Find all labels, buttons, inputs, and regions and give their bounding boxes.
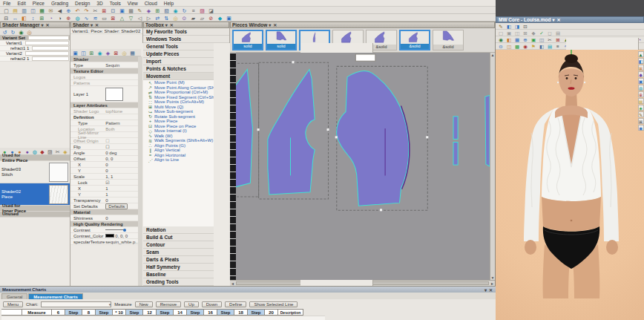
property-value[interactable]: ☐ — [105, 144, 138, 149]
property-value[interactable]: 1 — [105, 186, 138, 191]
measurement-table-body[interactable] — [1, 316, 325, 320]
property-row[interactable]: Lock ☑ — [70, 180, 138, 186]
shader-list-item[interactable]: Used for Entire Piece — [0, 155, 70, 161]
toolbar-icon[interactable]: ◉ — [497, 36, 505, 42]
toolbar-icon[interactable]: ◑ — [56, 14, 64, 21]
toolbar-icon[interactable]: ↻ — [10, 28, 16, 35]
toolbar-icon[interactable]: △ — [118, 14, 126, 21]
toolbar-icon[interactable]: ⊙ — [497, 43, 505, 49]
toolbar-icon[interactable]: ◉ — [96, 49, 103, 56]
toolbar-icon[interactable]: ⊠ — [554, 36, 562, 42]
toolbar-icon[interactable]: ◫ — [29, 7, 37, 13]
pin-icon[interactable]: ▾ — [40, 22, 45, 27]
property-row[interactable]: Layer 1 — [70, 86, 138, 102]
property-value[interactable]: Pattern — [105, 121, 138, 125]
pin-icon[interactable]: ▾ — [551, 17, 556, 22]
toolbar-icon[interactable]: ◆ — [216, 14, 224, 21]
toolbar-icon[interactable]: ◧ — [638, 58, 644, 64]
property-row[interactable]: Y 1 — [70, 192, 138, 197]
toolbar-icon[interactable]: ▣ — [638, 78, 644, 84]
toolbar-icon[interactable]: ⇄ — [154, 14, 162, 21]
toolbar-icon[interactable]: ◈ — [105, 49, 111, 56]
menu-item[interactable]: Help — [164, 1, 174, 6]
toolbox-section[interactable]: My Favorite Tools — [143, 28, 229, 36]
toolbar-icon[interactable]: ◈ — [145, 7, 153, 13]
table-header-cell[interactable]: 20 — [265, 309, 278, 316]
toolbar-icon[interactable]: ◫ — [505, 43, 513, 49]
menu-item[interactable]: View — [128, 1, 138, 6]
pattern-piece[interactable] — [453, 142, 458, 165]
toolbar-icon[interactable]: ◈ — [638, 105, 644, 111]
close-icon[interactable]: ✕ — [169, 22, 174, 27]
menu-item[interactable]: 3D — [96, 1, 102, 6]
toolbar-icon[interactable]: ≡ — [554, 43, 562, 49]
toolbar-icon[interactable]: ↻ — [180, 7, 188, 13]
table-header-cell[interactable]: 6 — [52, 309, 65, 316]
toolbar-icon[interactable]: ⊠ — [522, 30, 529, 36]
piece-thumbnail[interactable]: &solid — [399, 30, 430, 50]
toolbar-icon[interactable]: ▣ — [72, 49, 79, 56]
toolbar-icon[interactable]: ∿ — [82, 14, 91, 21]
close-icon[interactable]: ✕ — [94, 22, 99, 27]
table-header-cell[interactable]: 14 — [174, 309, 187, 316]
property-row[interactable]: Shader — [70, 56, 138, 62]
toolbar-icon[interactable]: ◉ — [638, 125, 644, 131]
property-row[interactable]: X 1 — [70, 186, 138, 192]
toolbar-icon[interactable]: ◁ — [136, 14, 144, 21]
toolbar-icon[interactable]: ✂ — [546, 36, 553, 42]
scroll-up-icon[interactable]: ▲ — [491, 53, 495, 57]
table-header-cell[interactable]: * 10 — [113, 309, 126, 316]
toolbar-icon[interactable]: ◉ — [18, 28, 24, 35]
tree-row-field[interactable] — [32, 56, 69, 61]
toolbar-icon[interactable]: ⊕ — [638, 91, 644, 97]
piece-thumbnail[interactable]: solid — [232, 30, 263, 50]
toolbar-icon[interactable]: ↔ — [11, 14, 19, 21]
variant-tree-row[interactable]: Variant1 — [0, 41, 70, 46]
toolbar-icon[interactable]: ▣ — [225, 14, 233, 21]
toolbar-icon[interactable]: ✓ — [538, 30, 545, 36]
toolbar-icon[interactable]: ◔ — [47, 14, 55, 21]
toolbar-icon[interactable]: ⊞ — [638, 65, 644, 71]
toolbar-icon[interactable]: ▲ — [638, 51, 644, 57]
menu-item[interactable]: Grading — [51, 1, 68, 6]
color-swatch-icon[interactable] — [105, 234, 114, 238]
property-row[interactable]: Shader Logo topNone — [70, 108, 138, 114]
variant-tree-row[interactable]: refract1 1 — [0, 46, 70, 51]
property-value[interactable]: ☑ — [105, 180, 138, 185]
toolbar-icon[interactable]: ▭ — [100, 14, 108, 21]
scroll-left-icon[interactable]: ◄ — [231, 281, 234, 286]
toolbar-icon[interactable]: ◍ — [638, 85, 644, 91]
toolbar-icon[interactable]: ◧ — [538, 43, 545, 49]
tree-row-field[interactable] — [25, 41, 69, 45]
toolbar-icon[interactable]: ◎ — [26, 28, 33, 35]
menu-item[interactable]: Piece — [33, 1, 45, 6]
pin-icon[interactable]: ▾ — [267, 22, 272, 27]
vertical-scrollbar[interactable]: ▲▼ — [490, 53, 495, 280]
toolbar-icon[interactable]: ✂ — [55, 148, 61, 154]
close-icon[interactable]: ✕ — [45, 22, 50, 27]
toolbar-icon[interactable]: ⊠ — [100, 7, 108, 13]
shader-thumbnail[interactable] — [49, 185, 68, 204]
property-row[interactable]: Material — [70, 209, 138, 215]
menu-button[interactable]: Menu — [3, 301, 23, 307]
toolbar-icon[interactable]: ◀ — [56, 7, 64, 13]
toolbar-icon[interactable]: ◫ — [80, 49, 87, 56]
toolbar-icon[interactable]: ▢ — [2, 7, 10, 13]
toolbar-icon[interactable]: ⊕ — [522, 36, 529, 42]
property-row[interactable]: Texture Editor — [70, 68, 138, 74]
toolbar-icon[interactable]: ▱ — [198, 14, 206, 21]
toolbar-icon[interactable]: ✎ — [638, 111, 644, 117]
tree-row-field[interactable] — [25, 51, 69, 56]
property-value[interactable]: 0, 0 — [105, 157, 138, 161]
measure-button[interactable]: Show Selected Line — [249, 301, 298, 307]
menu-item[interactable]: File — [3, 1, 10, 6]
measure-button[interactable]: Down — [202, 301, 222, 307]
toolbar-icon[interactable]: ▦ — [513, 36, 521, 42]
toolbar-icon[interactable]: ▩ — [513, 43, 521, 49]
property-row[interactable]: Type Pattern — [70, 120, 138, 126]
variant-tree-row[interactable]: refract2 1 — [0, 56, 70, 62]
property-value[interactable]: Defaults — [105, 203, 138, 209]
toolbar-icon[interactable]: ◈ — [62, 148, 68, 154]
toolbar-icon[interactable]: ▢ — [497, 30, 505, 36]
pattern-canvas[interactable] — [236, 53, 490, 280]
